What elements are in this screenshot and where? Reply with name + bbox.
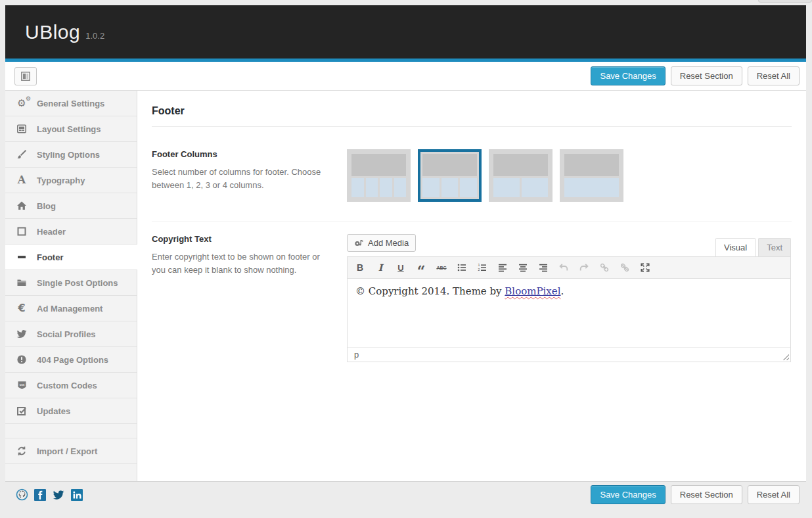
align-left-icon[interactable] [493,260,512,275]
svg-text:2: 2 [478,268,480,271]
strikethrough-icon[interactable]: ABC [432,260,451,275]
tab-visual[interactable]: Visual [715,238,756,257]
add-media-button[interactable]: Add Media [347,234,416,252]
home-icon [14,200,29,211]
reset-section-button[interactable]: Reset Section [671,485,742,504]
blockquote-icon[interactable]: “ [412,260,430,275]
reset-all-button[interactable]: Reset All [748,66,800,85]
sidebar-item-label: Styling Options [37,150,100,160]
sidebar-item-ad-management[interactable]: €Ad Management [5,296,137,321]
twitter-icon[interactable] [52,489,65,501]
align-right-icon[interactable] [534,260,553,275]
facebook-icon[interactable] [34,489,46,501]
editor-toolbar: BIU“ABC12 [347,256,791,279]
footer-columns-option-2[interactable] [489,149,553,202]
footer-columns-options [347,149,792,202]
editor-header: Add Media VisualText [347,234,791,256]
thumb-column-block [351,178,364,197]
sidebar-item-typography[interactable]: ATypography [5,168,137,193]
sidebar-item-layout-settings[interactable]: Layout Settings [5,116,137,142]
thumb-header-block [351,154,406,176]
footer-columns-option-3[interactable] [418,149,482,202]
thumb-column-block [564,178,619,197]
thumb-header-block [493,154,548,176]
sidebar-item-header[interactable]: Header [5,219,137,245]
italic-icon[interactable]: I [371,260,390,275]
bullet-list-icon[interactable] [453,260,471,275]
footer-columns-control [347,149,792,202]
footer-columns-option-4[interactable] [347,149,411,202]
align-center-icon[interactable] [514,260,532,275]
redo-icon [575,260,593,275]
footer-columns-option-1[interactable] [560,149,623,202]
editor-content-area[interactable]: © Copyright 2014. Theme by BloomPixel. [348,279,790,347]
typography-icon: A [14,175,29,185]
tab-text[interactable]: Text [758,238,791,257]
footer-columns-description: Select number of columns for footer. Cho… [152,166,330,191]
sidebar-item-label: Single Post Options [37,278,118,288]
sidebar-item-label: Layout Settings [37,124,101,134]
numbered-list-icon[interactable]: 12 [473,260,491,275]
sidebar-item-label: Social Profiles [37,329,96,339]
thumb-header-block [564,154,619,176]
sidebar-item-footer[interactable]: Footer [5,245,137,270]
editor-frame: © Copyright 2014. Theme by BloomPixel. p [347,279,791,362]
sidebar-item-custom-codes[interactable]: cssCustom Codes [5,373,137,398]
bold-icon[interactable]: B [351,260,369,275]
thumb-column-block [380,178,392,197]
fullscreen-icon[interactable] [636,260,654,275]
resize-grip[interactable] [781,352,789,360]
svg-text:css: css [19,383,24,387]
thumb-column-block [422,178,440,197]
save-changes-button[interactable]: Save Changes [591,66,665,85]
sidebar-item-label: Custom Codes [37,381,97,390]
sidebar-nav: ⚙⚙General SettingsLayout SettingsStyling… [5,91,137,481]
sidebar-item-import-export[interactable]: Import / Export [5,438,137,464]
theme-options-panel: UBlog 1.0.2 Save Changes Reset Section R… [5,5,806,507]
sidebar-item-label: Blog [37,201,56,211]
sidebar-item-updates[interactable]: Updates [5,398,137,424]
svg-text:1: 1 [478,263,480,267]
footer-columns-label: Footer Columns [152,149,330,159]
editor-status-bar: p [348,347,790,362]
footer-bar-icon [14,252,29,262]
add-media-label: Add Media [368,238,409,248]
bloompixel-link[interactable]: BloomPixel [505,285,560,297]
link-icon [595,260,614,275]
sidebar-item-label: 404 Page Options [37,355,108,365]
page-title: Footer [152,91,792,127]
brush-icon [14,149,29,160]
twitter-icon [14,329,29,339]
brand-header: UBlog 1.0.2 [5,5,806,62]
footer-columns-row: Footer Columns Select number of columns … [152,127,792,222]
gears-icon: ⚙⚙ [14,99,29,108]
footer-columns-labels: Footer Columns Select number of columns … [152,149,347,202]
sidebar-item-label: General Settings [37,99,104,108]
unlink-icon [616,260,634,275]
github-icon[interactable] [16,488,28,501]
reset-all-button[interactable]: Reset All [748,485,800,504]
sync-icon [14,446,29,456]
add-media-icon [354,238,364,248]
folder-icon [14,277,29,288]
reset-section-button[interactable]: Reset Section [671,66,742,85]
sidebar-item-blog[interactable]: Blog [5,193,137,219]
header-square-icon [14,226,29,237]
copyright-description: Enter copyright text to be shown on foot… [152,250,330,276]
sidebar-item-single-post-options[interactable]: Single Post Options [5,270,137,296]
social-links [16,488,83,501]
sidebar-item-general-settings[interactable]: ⚙⚙General Settings [5,91,137,116]
top-action-bar: Save Changes Reset Section Reset All [5,62,806,91]
sidebar-item-404-page-options[interactable]: 404 Page Options [5,347,137,373]
layout-icon [14,124,29,134]
layout-toggle-icon [20,71,31,82]
linkedin-icon[interactable] [71,489,83,501]
toggle-layout-button[interactable] [14,67,37,85]
thumb-column-block [366,178,378,197]
sidebar-item-styling-options[interactable]: Styling Options [5,142,137,168]
main-area: ⚙⚙General SettingsLayout SettingsStyling… [5,91,806,481]
save-changes-button[interactable]: Save Changes [591,485,665,504]
copyright-labels: Copyright Text Enter copyright text to b… [152,234,347,362]
sidebar-item-social-profiles[interactable]: Social Profiles [5,321,137,347]
underline-icon[interactable]: U [392,260,410,275]
